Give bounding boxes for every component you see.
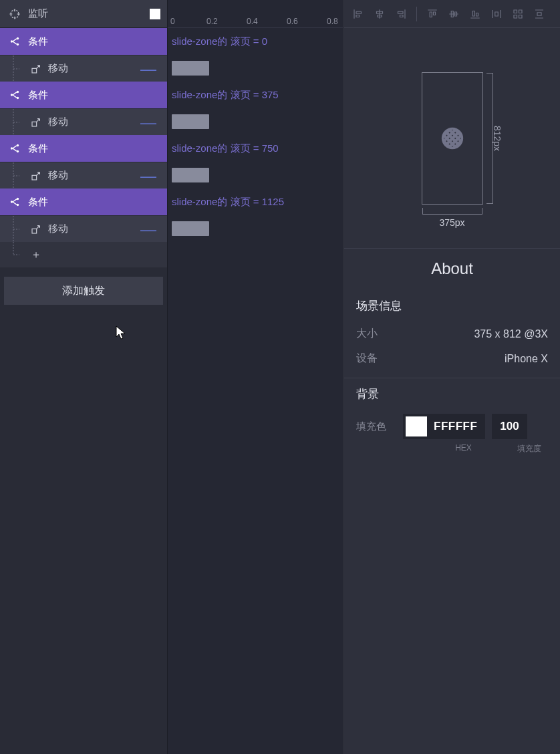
alignment-toolbar [344, 0, 560, 28]
timeline-panel: 0 0.2 0.4 0.6 0.8 slide-zone的 滚页 = 0 sli… [167, 0, 343, 754]
align-left-icon[interactable] [349, 5, 367, 23]
distribute-grid-icon[interactable] [509, 5, 527, 23]
hex-value[interactable]: FFFFFF [430, 420, 485, 433]
target-swatch[interactable] [150, 9, 160, 19]
svg-point-10 [17, 91, 19, 93]
width-label: 375px [439, 217, 464, 228]
svg-point-15 [17, 150, 19, 152]
svg-point-13 [11, 147, 13, 149]
device-row: 设备 iPhone X [344, 346, 560, 371]
action-label: 移动 [48, 62, 136, 75]
condition-expression: slide-zone的 滚页 = 0 [168, 28, 343, 55]
fill-row: 填充色 FFFFFF 100 [344, 410, 560, 442]
tree-connector-icon [8, 55, 24, 82]
keyframe-row[interactable] [168, 162, 343, 188]
distribute-v-icon[interactable] [531, 5, 548, 23]
keyframe-row[interactable] [168, 215, 343, 242]
move-icon [28, 224, 44, 235]
action-row[interactable]: 移动 — [0, 55, 167, 82]
action-row[interactable]: 移动 — [0, 108, 167, 135]
condition-expression: slide-zone的 滚页 = 1125 [168, 188, 343, 215]
branch-icon [7, 89, 23, 101]
placeholder-icon [441, 127, 464, 150]
collapse-icon[interactable]: — [136, 59, 160, 78]
device-frame[interactable]: 812px 375px [422, 72, 483, 205]
action-label: 移动 [48, 116, 136, 128]
align-center-v-icon[interactable] [445, 5, 462, 23]
action-label: 移动 [48, 223, 136, 235]
svg-point-7 [17, 43, 19, 45]
align-center-h-icon[interactable] [371, 5, 388, 23]
inspector-panel: 812px 375px About 场景信息 大小 375 x 812 @3X … [343, 0, 560, 754]
condition-expression: slide-zone的 滚页 = 375 [168, 82, 343, 108]
move-icon [28, 170, 44, 181]
condition-row[interactable]: 条件 [0, 82, 167, 108]
svg-point-5 [11, 40, 13, 42]
keyframe-chip[interactable] [172, 221, 209, 236]
action-row[interactable]: 移动 — [0, 215, 167, 242]
keyframe-row[interactable] [168, 55, 343, 82]
align-top-icon[interactable] [424, 5, 441, 23]
move-icon [28, 64, 44, 74]
action-label: 移动 [48, 169, 136, 182]
scene-info-heading: 场景信息 [344, 290, 560, 322]
tree-connector-icon [8, 216, 24, 243]
fill-label: 填充色 [356, 420, 396, 433]
fill-sublabels: HEX 填充度 [344, 442, 560, 455]
collapse-icon[interactable]: — [136, 220, 160, 239]
tree-connector-icon [8, 162, 24, 189]
size-row: 大小 375 x 812 @3X [344, 322, 560, 346]
background-heading: 背景 [344, 378, 560, 410]
keyframe-chip[interactable] [172, 114, 209, 129]
svg-point-11 [17, 97, 19, 99]
size-label: 大小 [356, 327, 474, 341]
svg-point-19 [17, 204, 19, 206]
timeline-ruler[interactable]: 0 0.2 0.4 0.6 0.8 [168, 0, 343, 28]
condition-row[interactable]: 条件 [0, 188, 167, 215]
svg-rect-12 [32, 122, 37, 126]
collapse-icon[interactable]: — [136, 166, 160, 185]
hex-sublabel: HEX [396, 443, 511, 455]
branch-icon [7, 35, 23, 47]
ruler-tick: 0.6 [287, 17, 298, 26]
add-action-row[interactable]: ＋ [0, 242, 167, 267]
ruler-tick: 0.4 [247, 17, 258, 26]
condition-label: 条件 [28, 142, 48, 155]
align-right-icon[interactable] [392, 5, 410, 23]
opacity-sublabel: 填充度 [511, 443, 548, 455]
keyframe-chip[interactable] [172, 61, 209, 76]
toolbar-separator [416, 7, 417, 21]
branch-icon [7, 142, 23, 154]
svg-point-14 [17, 144, 19, 146]
condition-label: 条件 [28, 35, 48, 48]
add-trigger-button[interactable]: 添加触发 [4, 277, 163, 305]
action-row[interactable]: 移动 — [0, 162, 167, 188]
ruler-tick: 0.2 [206, 17, 218, 26]
keyframe-row[interactable] [168, 108, 343, 135]
collapse-icon[interactable]: — [136, 113, 160, 132]
condition-row[interactable]: 条件 [0, 135, 167, 162]
svg-point-6 [17, 37, 19, 39]
color-input[interactable]: FFFFFF [403, 414, 485, 439]
svg-rect-20 [32, 229, 37, 233]
device-preview: 812px 375px [344, 28, 560, 249]
trigger-row[interactable]: 监听 [0, 0, 167, 28]
ruler-tick: 0.8 [327, 17, 338, 26]
svg-point-9 [11, 94, 13, 96]
tree-connector-icon [8, 109, 24, 136]
branch-icon [7, 196, 23, 208]
distribute-h-icon[interactable] [488, 5, 505, 23]
add-trigger-label: 添加触发 [62, 284, 105, 298]
color-swatch[interactable] [406, 416, 427, 436]
device-label: 设备 [356, 352, 505, 366]
keyframe-chip[interactable] [172, 168, 209, 182]
condition-row[interactable]: 条件 [0, 28, 167, 55]
opacity-input[interactable]: 100 [492, 414, 527, 439]
align-bottom-icon[interactable] [466, 5, 484, 23]
svg-rect-16 [32, 175, 37, 180]
section-title: About [344, 249, 560, 290]
height-label: 812px [492, 125, 503, 150]
size-value: 375 x 812 @3X [474, 328, 548, 340]
opacity-value: 100 [500, 420, 519, 433]
trigger-panel: 监听 条件 移动 — 条件 移动 — 条件 移动 — 条件 [0, 0, 167, 754]
